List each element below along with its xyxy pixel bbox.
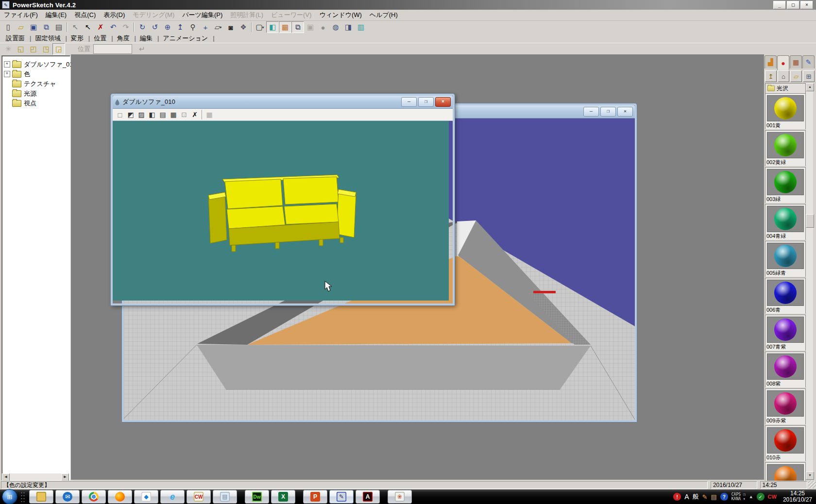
mode-tab-変形[interactable]: 変形 — [69, 34, 88, 43]
notepad-task[interactable]: ▤ — [213, 490, 237, 504]
scroll-thumb[interactable] — [806, 214, 814, 228]
material-swatch-7[interactable]: 007青紫 — [765, 315, 806, 351]
fit-corner-a-icon[interactable]: ◰ — [27, 43, 40, 55]
tile-view-icon[interactable]: ▦ — [279, 21, 291, 33]
app-minimize-button[interactable]: _ — [773, 1, 786, 9]
material-swatch-5[interactable]: 005緑青 — [765, 241, 806, 277]
cube-solid-view-icon[interactable]: ◧ — [147, 110, 157, 119]
furniture-tab[interactable]: ▟ — [765, 55, 777, 68]
pan-view-icon[interactable]: + — [199, 21, 212, 33]
room-close-button[interactable]: ✕ — [617, 107, 633, 117]
alert-tray-icon[interactable]: ! — [673, 493, 681, 501]
tree-item-1[interactable]: +ダブルソファ_010 — [4, 60, 77, 69]
cube-open-view-icon[interactable]: ◩ — [125, 110, 136, 119]
delete-icon[interactable]: ✗ — [94, 21, 107, 33]
material-swatch-4[interactable]: 004青緑 — [765, 204, 806, 240]
toolbox-tray-icon[interactable]: ▤ — [711, 493, 716, 501]
cube-pattern-view-icon[interactable]: ▦ — [168, 110, 179, 119]
app-maximize-button[interactable]: □ — [787, 1, 799, 9]
undo-icon[interactable]: ↶ — [107, 21, 119, 33]
room-maximize-button[interactable]: ❐ — [600, 107, 616, 117]
material-swatch-6[interactable]: 006青 — [765, 278, 806, 314]
mode-tab-設置面[interactable]: 設置面 — [4, 34, 30, 43]
material-tab[interactable]: ● — [777, 55, 789, 70]
thunderbird-task[interactable]: ✉ — [55, 490, 80, 504]
window-layout-icon[interactable]: ▢▾ — [254, 21, 266, 33]
firefox-task[interactable] — [108, 490, 132, 504]
ime-kind-indicator[interactable]: 般 — [693, 492, 699, 501]
ime-pen-tray-icon[interactable]: ✎ — [702, 493, 708, 501]
powersketch-task[interactable]: ✎ — [329, 490, 354, 504]
scroll-up-button[interactable]: ▲ — [806, 83, 814, 91]
mode-tab-位置[interactable]: 位置 — [92, 34, 111, 43]
open-folder-icon[interactable]: ▱ — [15, 21, 27, 33]
sofa-window-titlebar[interactable]: ダブルソファ_010 —❐× — [113, 96, 453, 109]
elevation-view-icon[interactable]: ↥ — [174, 21, 187, 33]
sofa-minimize-button[interactable]: — — [401, 97, 417, 107]
menu-file[interactable]: ファイル(F) — [0, 10, 42, 20]
direct-select-cursor-icon[interactable]: ↖ — [82, 21, 94, 33]
scroll-left-button[interactable]: ◀ — [2, 473, 10, 481]
app-close-button[interactable]: × — [800, 1, 813, 9]
cube-hatch-view-icon[interactable]: ▨ — [136, 110, 147, 119]
cascade-view-icon[interactable]: ⧉ — [291, 21, 304, 33]
solid-view-icon[interactable]: ◧ — [266, 21, 279, 33]
resize-grip[interactable] — [808, 481, 816, 488]
cube-lined-view-icon[interactable]: ▤ — [157, 110, 168, 119]
select-cursor-icon[interactable]: ↖ — [69, 21, 82, 33]
texture-tab[interactable]: ▦ — [790, 55, 802, 68]
explorer-task[interactable] — [29, 490, 53, 504]
palette-scrollbar[interactable]: ▲ ▼ — [806, 83, 813, 480]
start-button[interactable]: ⊞ — [2, 489, 17, 504]
tree-expander[interactable]: + — [4, 61, 10, 67]
sofa-part-window[interactable]: ダブルソファ_010 —❐× ◻◩▨◧▤▦⊡✗▦ — [111, 94, 455, 305]
material-swatch-2[interactable]: 002黄緑 — [765, 130, 806, 166]
tree-expander[interactable]: + — [4, 71, 10, 77]
room-minimize-button[interactable]: — — [583, 107, 599, 117]
dreamweaver-task[interactable]: Dw — [245, 490, 269, 504]
orbit-view-icon[interactable]: ↺ — [149, 21, 161, 33]
save-all-icon[interactable]: ⧉ — [40, 21, 52, 33]
print-icon[interactable]: ▤ — [52, 21, 65, 33]
folder-open-button[interactable]: ▱ — [790, 70, 802, 82]
folder-up-button[interactable]: ↥ — [765, 70, 777, 82]
position-input[interactable] — [93, 44, 132, 54]
show-hidden-icons-button[interactable]: ▲ — [749, 494, 753, 499]
new-item-button[interactable]: ⊞ — [803, 70, 815, 82]
fit-corner-c-icon[interactable]: ◲ — [52, 43, 65, 55]
delete-part-icon[interactable]: ✗ — [189, 110, 200, 119]
paint-task[interactable]: ❀ — [388, 490, 412, 504]
chrome-task[interactable] — [82, 490, 106, 504]
mode-tab-角度[interactable]: 角度 — [115, 34, 135, 43]
scroll-track[interactable] — [10, 473, 61, 480]
sofa-canvas[interactable] — [113, 121, 449, 301]
material-view-icon[interactable]: ◍ — [329, 21, 342, 33]
tree-item-4[interactable]: 光源 — [4, 89, 36, 98]
excel-task[interactable]: X — [271, 490, 295, 504]
help-tray-icon[interactable]: ? — [720, 493, 728, 501]
sofa-close-button[interactable]: × — [435, 97, 451, 107]
cw-tray-icon[interactable]: CW — [768, 494, 777, 500]
caps-kana-indicator[interactable]: CAPS ❐ KANA ▾ — [731, 492, 746, 501]
paint-tab[interactable]: ✎ — [802, 55, 815, 68]
palette-category-header[interactable]: 光沢 — [765, 83, 806, 94]
menu-display[interactable]: 表示(D) — [100, 10, 129, 20]
render-icon[interactable]: ❖ — [237, 21, 250, 33]
fit-corner-b-icon[interactable]: ◳ — [40, 43, 52, 55]
ime-mode-indicator[interactable]: A — [684, 493, 689, 501]
sync-tray-icon[interactable]: ✓ — [757, 493, 765, 501]
acrobat-task[interactable]: A — [356, 490, 380, 504]
stamp-task[interactable]: CW — [187, 490, 211, 504]
material-swatch-10[interactable]: 010赤 — [765, 425, 806, 461]
scroll-down-button[interactable]: ▼ — [806, 471, 814, 480]
move-view-icon[interactable]: ⊕ — [161, 21, 174, 33]
mode-tab-編集[interactable]: 編集 — [138, 34, 157, 43]
powerpoint-task[interactable]: P — [303, 490, 327, 504]
sofa-maximize-button[interactable]: ❐ — [418, 97, 434, 107]
monitor-view-icon[interactable]: ▥ — [355, 21, 367, 33]
material-swatch-8[interactable]: 008紫 — [765, 352, 806, 387]
camera-icon[interactable]: ◙ — [224, 21, 237, 33]
menu-help[interactable]: ヘルプ(H) — [366, 10, 402, 20]
mode-tab-固定領域[interactable]: 固定領域 — [33, 34, 65, 43]
tree-item-2[interactable]: +色 — [4, 69, 30, 79]
